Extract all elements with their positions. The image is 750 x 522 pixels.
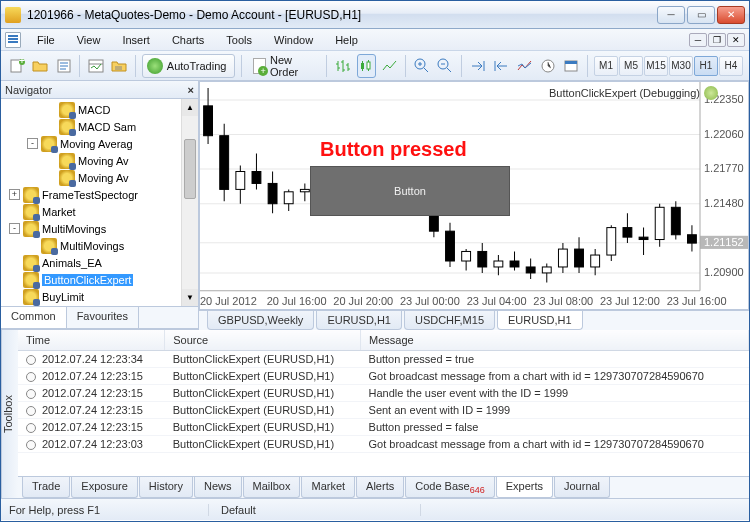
toolbox-tab-trade[interactable]: Trade [22,477,70,498]
maximize-button[interactable]: ▭ [687,6,715,24]
tree-expander-icon [9,257,20,268]
tree-item[interactable]: MACD Sam [1,118,198,135]
tree-item[interactable]: MultiMovings [1,237,198,254]
toolbox-tab-market[interactable]: Market [301,477,355,498]
mdi-icon[interactable] [5,32,21,48]
timeframe-h1[interactable]: H1 [694,56,718,76]
toolbox-panel: Toolbox TimeSourceMessage 2012.07.24 12:… [1,328,749,498]
svg-rect-78 [542,267,551,273]
menu-help[interactable]: Help [325,32,368,48]
tree-item[interactable]: ButtonClickExpert [1,271,198,288]
log-row[interactable]: 2012.07.24 12:23:34ButtonClickExpert (EU… [18,350,749,367]
menu-file[interactable]: File [27,32,65,48]
timeframe-m1[interactable]: M1 [594,56,618,76]
navigator-tab-common[interactable]: Common [1,307,67,328]
market-watch-icon[interactable] [86,54,105,78]
autotrading-button[interactable]: AutoTrading [142,54,236,78]
scroll-down-icon[interactable]: ▼ [182,289,198,306]
menu-insert[interactable]: Insert [112,32,160,48]
scroll-thumb[interactable] [184,139,196,199]
chart-button-object[interactable]: Button [310,166,510,216]
zoom-out-icon[interactable] [436,54,455,78]
periods-icon[interactable] [538,54,557,78]
open-icon[interactable] [30,54,49,78]
minimize-button[interactable]: ─ [657,6,685,24]
chart-canvas[interactable]: 1.223501.220601.217701.214801.211521.209… [199,81,749,310]
chart-tab[interactable]: EURUSD,H1 [497,311,583,330]
tree-item[interactable]: MACD [1,101,198,118]
tree-item[interactable]: BuyLimit [1,288,198,305]
svg-rect-42 [252,172,261,184]
log-message: Sent an event with ID = 1999 [361,401,749,418]
chart-tab[interactable]: GBPUSD,Weekly [207,311,314,330]
chart-tab[interactable]: EURUSD,H1 [316,311,402,330]
toolbox-tab-journal[interactable]: Journal [554,477,610,498]
timeframe-m5[interactable]: M5 [619,56,643,76]
log-column-header[interactable]: Time [18,330,165,350]
log-row[interactable]: 2012.07.24 12:23:15ButtonClickExpert (EU… [18,401,749,418]
toolbox-tab-experts[interactable]: Experts [496,477,553,498]
tree-expander-icon[interactable]: + [9,189,20,200]
close-button[interactable]: ✕ [717,6,745,24]
toolbox-tab-exposure[interactable]: Exposure [71,477,137,498]
tree-item-label: MACD Sam [78,121,136,133]
toolbox-tab-code-base[interactable]: Code Base646 [405,477,494,498]
tree-item[interactable]: Moving Av [1,169,198,186]
navigator-icon[interactable] [110,54,129,78]
log-column-header[interactable]: Source [165,330,361,350]
tree-expander-icon [9,291,20,302]
menu-tools[interactable]: Tools [216,32,262,48]
new-order-button[interactable]: New Order [248,54,320,78]
chart-tab[interactable]: USDCHF,M15 [404,311,495,330]
bar-chart-icon[interactable] [333,54,352,78]
candlestick-icon[interactable] [357,54,376,78]
tree-expander-icon[interactable]: - [9,223,20,234]
tree-item[interactable]: -MultiMovings [1,220,198,237]
expert-advisor-icon [23,289,39,305]
menu-charts[interactable]: Charts [162,32,214,48]
indicators-icon[interactable] [515,54,534,78]
svg-rect-4 [89,60,103,72]
toolbox-tab-alerts[interactable]: Alerts [356,477,404,498]
tree-item[interactable]: -Moving Averag [1,135,198,152]
log-row[interactable]: 2012.07.24 12:23:15ButtonClickExpert (EU… [18,418,749,435]
tree-expander-icon[interactable]: - [27,138,38,149]
navigator-scrollbar[interactable]: ▲ ▼ [181,99,198,306]
timeframe-m30[interactable]: M30 [669,56,693,76]
log-row[interactable]: 2012.07.24 12:23:03ButtonClickExpert (EU… [18,435,749,452]
log-column-header[interactable]: Message [361,330,749,350]
mdi-restore-button[interactable]: ❐ [708,33,726,47]
log-row[interactable]: 2012.07.24 12:23:15ButtonClickExpert (EU… [18,384,749,401]
menu-window[interactable]: Window [264,32,323,48]
experts-log-table[interactable]: TimeSourceMessage 2012.07.24 12:23:34But… [18,330,749,476]
menu-view[interactable]: View [67,32,111,48]
mdi-minimize-button[interactable]: ─ [689,33,707,47]
navigator-tree[interactable]: MACDMACD Sam-Moving AveragMoving AvMovin… [1,99,198,306]
timeframe-m15[interactable]: M15 [644,56,668,76]
log-row[interactable]: 2012.07.24 12:23:15ButtonClickExpert (EU… [18,367,749,384]
mdi-close-button[interactable]: ✕ [727,33,745,47]
autoscroll-icon[interactable] [468,54,487,78]
line-chart-icon[interactable] [380,54,399,78]
navigator-close-icon[interactable]: × [188,84,194,96]
tree-item[interactable]: Moving Av [1,152,198,169]
toolbox-tab-news[interactable]: News [194,477,242,498]
timeframe-h4[interactable]: H4 [719,56,743,76]
scroll-up-icon[interactable]: ▲ [182,99,198,116]
log-time: 2012.07.24 12:23:15 [18,384,165,401]
expert-advisor-icon [23,187,39,203]
zoom-in-icon[interactable] [412,54,431,78]
chart-shift-icon[interactable] [491,54,510,78]
navigator-tab-favourites[interactable]: Favourites [67,307,139,328]
tree-item[interactable]: Market [1,203,198,220]
log-time: 2012.07.24 12:23:15 [18,401,165,418]
tree-item[interactable]: +FrameTestSpectogr [1,186,198,203]
toolbox-tab-history[interactable]: History [139,477,193,498]
profiles-icon[interactable] [54,54,73,78]
tree-item[interactable]: Animals_EA [1,254,198,271]
templates-icon[interactable] [562,54,581,78]
toolbox-label: Toolbox [1,330,18,498]
toolbox-tab-mailbox[interactable]: Mailbox [243,477,301,498]
svg-rect-38 [220,136,229,190]
new-chart-icon[interactable]: + [7,54,26,78]
